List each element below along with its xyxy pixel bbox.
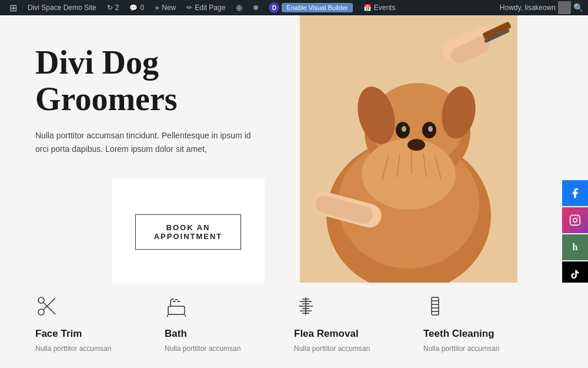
flea-icon bbox=[294, 294, 412, 321]
services-section: Face Trim Nulla porttitor accumsan Bath … bbox=[0, 283, 588, 368]
facebook-icon bbox=[569, 187, 581, 199]
comments-count: 0 bbox=[140, 4, 144, 12]
svg-point-28 bbox=[38, 297, 44, 303]
admin-bar-right: Howdy, lisakeown 🔍 bbox=[500, 1, 583, 14]
svg-rect-31 bbox=[168, 306, 185, 314]
scissors-icon bbox=[35, 294, 153, 321]
houzz-icon: h bbox=[573, 242, 578, 253]
svg-point-25 bbox=[573, 218, 577, 223]
updates-item[interactable]: ↻ 2 bbox=[102, 0, 124, 15]
teeth-icon bbox=[423, 294, 541, 321]
book-appointment-wrapper: BOOK AN APPOINTMENT bbox=[112, 179, 265, 285]
divi-menu-item[interactable]: ⊕ bbox=[231, 0, 248, 15]
dot-status bbox=[249, 0, 263, 15]
bath-name: Bath bbox=[165, 328, 282, 340]
admin-bar: ⊞ Divi Space Demo Site ↻ 2 💬 0 + New ✏ E… bbox=[0, 0, 588, 15]
teeth-cleaning-name: Teeth Cleaning bbox=[423, 328, 541, 340]
user-avatar bbox=[558, 1, 571, 14]
bath-icon bbox=[165, 294, 282, 321]
divi-d-icon: D bbox=[269, 2, 279, 13]
search-icon[interactable]: 🔍 bbox=[573, 3, 583, 12]
hero-description: Nulla porttitor accumsan tincidunt. Pell… bbox=[35, 129, 259, 155]
svg-rect-24 bbox=[570, 216, 580, 226]
svg-line-32 bbox=[167, 314, 168, 317]
new-item[interactable]: + New bbox=[150, 0, 181, 15]
instagram-icon bbox=[569, 214, 581, 226]
dog-hero-image bbox=[300, 15, 517, 286]
svg-point-5 bbox=[362, 139, 456, 210]
comments-icon: 💬 bbox=[129, 4, 138, 12]
service-teeth-cleaning: Teeth Cleaning Nulla porttitor accumsan bbox=[423, 294, 553, 368]
edit-page-item[interactable]: ✏ Edit Page bbox=[182, 0, 230, 15]
site-name-item[interactable]: Divi Space Demo Site bbox=[23, 0, 101, 15]
bath-desc: Nulla porttitor accumsan bbox=[165, 343, 282, 354]
hero-title: Divi DogGroomers bbox=[35, 45, 265, 117]
howdy-text: Howdy, lisakeown bbox=[500, 4, 556, 12]
wp-logo-item[interactable]: ⊞ bbox=[5, 0, 22, 15]
face-trim-name: Face Trim bbox=[35, 328, 153, 340]
svg-point-27 bbox=[38, 309, 44, 315]
wp-logo-icon: ⊞ bbox=[9, 2, 17, 14]
updates-icon: ↻ bbox=[107, 4, 113, 12]
tiktok-icon bbox=[570, 269, 580, 280]
svg-point-8 bbox=[402, 126, 406, 132]
svg-point-9 bbox=[428, 126, 433, 132]
flea-removal-name: Flea Removal bbox=[294, 328, 412, 340]
pencil-icon: ✏ bbox=[186, 4, 192, 12]
plus-icon: + bbox=[155, 3, 159, 12]
updates-count: 2 bbox=[115, 4, 119, 12]
hero-section: Divi DogGroomers Nulla porttitor accumsa… bbox=[0, 15, 300, 309]
new-label: New bbox=[162, 4, 176, 12]
service-face-trim: Face Trim Nulla porttitor accumsan bbox=[35, 294, 165, 368]
calendar-icon: 📅 bbox=[363, 4, 372, 12]
teeth-cleaning-desc: Nulla porttitor accumsan bbox=[423, 343, 541, 354]
comments-item[interactable]: 💬 0 bbox=[125, 0, 149, 15]
face-trim-desc: Nulla porttitor accumsan bbox=[35, 343, 153, 354]
enable-vb-item[interactable]: D Enable Visual Builder bbox=[264, 0, 357, 15]
events-label: Events bbox=[374, 4, 396, 12]
facebook-button[interactable] bbox=[562, 180, 588, 206]
svg-rect-42 bbox=[432, 297, 439, 315]
divi-logo-icon: ⊕ bbox=[236, 3, 243, 12]
service-flea-removal: Flea Removal Nulla porttitor accumsan bbox=[294, 294, 423, 368]
status-dot bbox=[253, 5, 258, 10]
dog-photo bbox=[300, 15, 517, 286]
enable-visual-builder-button[interactable]: Enable Visual Builder bbox=[282, 3, 352, 12]
flea-removal-desc: Nulla porttitor accumsan bbox=[294, 343, 412, 354]
book-appointment-button[interactable]: BOOK AN APPOINTMENT bbox=[135, 214, 241, 250]
service-bath: Bath Nulla porttitor accumsan bbox=[165, 294, 294, 368]
dog-illustration bbox=[300, 15, 517, 286]
svg-point-10 bbox=[407, 139, 425, 151]
main-content: Divi DogGroomers Nulla porttitor accumsa… bbox=[0, 15, 588, 368]
edit-page-label: Edit Page bbox=[195, 4, 225, 12]
houzz-button[interactable]: h bbox=[562, 234, 588, 260]
instagram-button[interactable] bbox=[562, 207, 588, 233]
svg-line-33 bbox=[185, 314, 186, 317]
events-item[interactable]: 📅 Events bbox=[359, 0, 400, 15]
site-name: Divi Space Demo Site bbox=[28, 4, 96, 12]
svg-point-26 bbox=[577, 217, 579, 218]
